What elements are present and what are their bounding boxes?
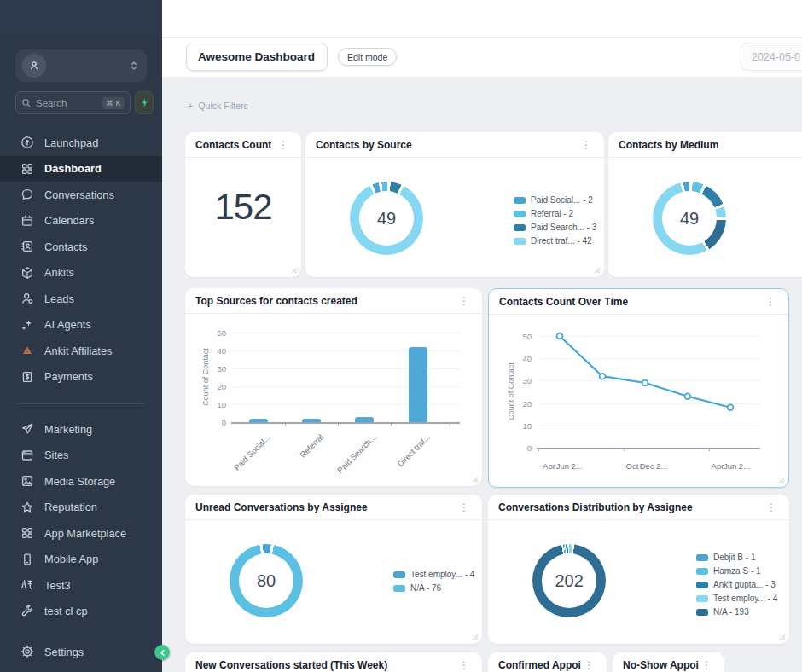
x-axis-line: [231, 422, 460, 424]
sidebar-item-label: Media Storage: [44, 475, 115, 488]
x-axis-label: Oct: [626, 461, 639, 471]
kebab-menu-icon[interactable]: ⋮: [581, 658, 596, 672]
card-contacts-by-medium: Contacts by Medium⋮ 49: [608, 132, 802, 277]
sidebar-item-label: Contacts: [44, 240, 88, 253]
sidebar-item-label: Test3: [44, 579, 71, 592]
sidebar-item-leads[interactable]: Leads: [0, 286, 162, 312]
card-title: Top Sources for contacts created: [195, 295, 357, 307]
sidebar-collapse-button[interactable]: [154, 645, 170, 660]
legend-item[interactable]: Test employ... - 4: [696, 594, 777, 603]
legend-item[interactable]: Hamza S - 1: [696, 566, 761, 576]
legend-item[interactable]: Test employ... - 4: [393, 570, 474, 579]
card-title: Confirmed Appointme: [498, 659, 581, 671]
legend-swatch: [514, 211, 526, 217]
search-placeholder: Search: [36, 98, 67, 108]
mobile-app-icon: [20, 553, 34, 566]
reputation-icon: [20, 501, 34, 514]
sidebar-item-test3[interactable]: Test3: [0, 572, 162, 599]
x-axis-category-label: Direct traf...: [370, 432, 431, 486]
card-conversations-distribution: Conversations Distribution by Assignee⋮ …: [488, 495, 789, 644]
x-axis-category-label: Referral: [264, 432, 324, 486]
bar-Direct traf...: [409, 347, 427, 422]
resize-handle[interactable]: [469, 473, 479, 484]
legend-item[interactable]: Paid Social... - 2: [514, 195, 593, 205]
sidebar-item-label: Leads: [44, 293, 74, 305]
legend-item[interactable]: Referral - 2: [514, 209, 573, 218]
kebab-menu-icon[interactable]: ⋮: [699, 658, 714, 672]
resize-handle[interactable]: [288, 264, 299, 275]
sidebar-item-conversations[interactable]: Conversations: [0, 182, 162, 208]
sidebar-item-marketing[interactable]: Marketing: [0, 416, 162, 443]
resize-handle[interactable]: [776, 474, 786, 484]
sidebar-item-sites[interactable]: Sites: [0, 443, 162, 469]
sidebar-item-ankit-affiliates[interactable]: Ankit Affiliates: [0, 338, 162, 364]
sidebar-nav-primary: LaunchpadDashboardConversationsCalendars…: [0, 130, 162, 390]
legend-item[interactable]: Debjit B - 1: [696, 553, 755, 562]
resize-handle[interactable]: [469, 631, 479, 641]
launchpad-icon: [20, 136, 34, 149]
sidebar-item-label: Launchpad: [44, 136, 98, 149]
lightning-bolt-icon: [139, 96, 150, 109]
sidebar-item-ai-agents[interactable]: AI Agents: [0, 312, 162, 339]
sidebar-item-label: Settings: [44, 646, 84, 658]
sidebar-item-label: Reputation: [44, 501, 97, 513]
sidebar-item-launchpad[interactable]: Launchpad: [0, 130, 162, 156]
sidebar-item-reputation[interactable]: Reputation: [0, 495, 162, 521]
sidebar: Search ⌘ K LaunchpadDashboardConversatio…: [0, 0, 162, 672]
sidebar-item-contacts[interactable]: Contacts: [0, 234, 162, 260]
main-area: Awesome Dashboard Edit mode 2024-05-0 + …: [162, 0, 802, 672]
quick-actions-button[interactable]: [135, 91, 154, 114]
card-confirmed-appointments: Confirmed Appointme⋮: [488, 652, 607, 672]
quick-filters-toggle[interactable]: + Quick Filters: [188, 101, 248, 111]
edit-mode-button[interactable]: Edit mode: [338, 48, 397, 66]
legend-swatch: [696, 595, 708, 602]
contacts-over-time-line-chart: 01020304050Count of ContactAprJun 2...Oc…: [489, 315, 788, 487]
sidebar-nav-footer: Settings: [0, 639, 162, 665]
kebab-menu-icon[interactable]: ⋮: [764, 500, 779, 515]
sidebar-item-app-marketplace[interactable]: App Marketplace: [0, 520, 162, 547]
kebab-menu-icon[interactable]: ⋮: [578, 137, 594, 153]
chevron-left-icon: [158, 648, 167, 658]
resize-handle[interactable]: [776, 631, 787, 641]
bar-Referral: [302, 419, 321, 422]
gridline: [233, 333, 460, 333]
legend-item[interactable]: N/A - 193: [696, 607, 749, 617]
x-axis-tick: [450, 422, 450, 426]
leads-icon: [20, 292, 34, 305]
legend-swatch: [696, 554, 708, 561]
kebab-menu-icon[interactable]: ⋮: [763, 294, 778, 310]
sidebar-item-ankits[interactable]: Ankits: [0, 260, 162, 287]
sidebar-item-payments[interactable]: Payments: [0, 364, 162, 391]
date-range-input[interactable]: 2024-05-0: [741, 43, 802, 71]
sidebar-item-calendars[interactable]: Calendars: [0, 208, 162, 235]
sidebar-item-dashboard[interactable]: Dashboard: [0, 156, 162, 182]
card-title: Contacts Count: [195, 139, 271, 151]
sidebar-item-mobile-app[interactable]: Mobile App: [0, 547, 162, 573]
kebab-menu-icon[interactable]: ⋮: [456, 658, 472, 672]
legend-label: N/A - 193: [713, 607, 749, 617]
kebab-menu-icon[interactable]: ⋮: [456, 293, 472, 309]
legend-item[interactable]: Direct traf... - 42: [514, 236, 592, 246]
kebab-menu-icon[interactable]: ⋮: [456, 500, 472, 515]
line-series: [489, 315, 787, 485]
legend-swatch: [393, 585, 405, 592]
account-switcher[interactable]: [15, 49, 147, 82]
legend-label: Paid Search... - 3: [531, 223, 596, 232]
x-axis-tick: [338, 422, 339, 426]
kebab-menu-icon[interactable]: ⋮: [276, 137, 291, 153]
dashboard-title-selector[interactable]: Awesome Dashboard: [186, 43, 328, 71]
sidebar-item-settings[interactable]: Settings: [0, 639, 162, 665]
search-input[interactable]: Search ⌘ K: [15, 91, 131, 114]
legend-item[interactable]: N/A - 76: [393, 583, 441, 593]
sidebar-item-media-storage[interactable]: Media Storage: [0, 468, 162, 495]
x-axis-label: Apr: [712, 461, 724, 471]
ai-agents-icon: [20, 318, 34, 332]
legend-item[interactable]: Paid Search... - 3: [514, 223, 596, 232]
test-cl-cp-icon: [20, 605, 34, 618]
resize-handle[interactable]: [591, 264, 602, 275]
sidebar-item-label: Payments: [44, 370, 93, 383]
sidebar-item-test-cl-cp[interactable]: test cl cp: [0, 599, 162, 625]
legend-item[interactable]: Ankit gupta... - 3: [696, 580, 776, 589]
payments-icon: [20, 370, 34, 384]
card-unread-conversations: Unread Conversations by Assignee⋮ 80Test…: [185, 495, 482, 644]
